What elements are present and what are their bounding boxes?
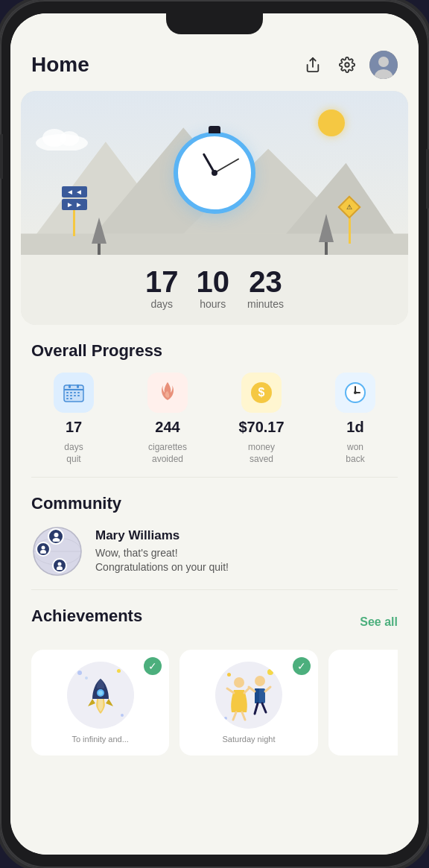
svg-line-61 <box>262 703 266 712</box>
avatar[interactable] <box>369 51 398 79</box>
cloud-left <box>32 128 92 151</box>
right-sign: ⚠ <box>341 199 358 244</box>
svg-line-58 <box>249 687 255 691</box>
see-all-button[interactable]: See all <box>360 615 398 629</box>
rocket-illustration <box>67 662 134 729</box>
days-quit-desc: days quit <box>64 442 83 465</box>
money-desc: money saved <box>248 442 275 465</box>
svg-rect-29 <box>77 395 80 396</box>
dance-illustration <box>215 662 282 729</box>
timer-display: 17 days 10 hours 23 minutes <box>21 255 408 325</box>
svg-rect-27 <box>70 395 72 396</box>
flame-icon <box>147 373 188 413</box>
timer-minutes: 23 minutes <box>247 267 284 310</box>
screen-content: Home <box>10 13 419 855</box>
svg-line-54 <box>242 712 245 720</box>
svg-point-47 <box>57 566 63 570</box>
achievement-card-partial <box>328 650 398 755</box>
progress-cards: 17 days quit <box>31 373 398 465</box>
progress-card-money: $ $70.17 money saved <box>219 373 304 465</box>
svg-rect-21 <box>77 384 79 388</box>
svg-point-37 <box>354 391 357 394</box>
phone-frame: Home <box>0 0 429 868</box>
svg-rect-20 <box>69 384 71 388</box>
svg-marker-15 <box>319 214 334 242</box>
achievement-check-2: ✓ <box>293 657 311 675</box>
svg-point-50 <box>234 677 244 688</box>
svg-rect-28 <box>74 395 76 396</box>
life-desc: won back <box>346 442 364 465</box>
svg-point-49 <box>98 691 103 695</box>
cigarettes-value: 244 <box>155 419 179 436</box>
community-card[interactable]: Mary Williams Wow, that's great!Congratu… <box>31 525 398 577</box>
achievement-card-rocket[interactable]: ✓ <box>31 650 169 755</box>
clock-minute-hand <box>214 158 240 174</box>
svg-point-3 <box>378 57 389 67</box>
progress-card-days-quit: 17 days quit <box>31 373 116 465</box>
hero-section: ◄◄ ►► ⚠ <box>21 91 408 325</box>
bottom-spacer <box>10 767 419 790</box>
achievements-section: Achievements See all ✓ <box>10 590 419 767</box>
svg-rect-14 <box>98 244 101 255</box>
tree-left <box>92 218 107 255</box>
svg-rect-19 <box>64 389 83 390</box>
rocket-label: To infinity and... <box>72 735 128 744</box>
cigarettes-desc: cigarettes avoided <box>148 442 187 465</box>
timer-clock <box>174 132 255 214</box>
svg-rect-26 <box>66 395 69 396</box>
days-quit-value: 17 <box>66 419 82 436</box>
community-title: Community <box>31 494 398 513</box>
share-button[interactable] <box>301 53 325 77</box>
settings-button[interactable] <box>335 53 359 77</box>
calendar-icon <box>54 373 94 413</box>
page-title: Home <box>31 53 301 77</box>
svg-rect-30 <box>66 398 69 399</box>
money-icon: $ <box>241 373 282 413</box>
notch <box>166 13 263 34</box>
svg-rect-16 <box>325 242 328 255</box>
achievements-header: Achievements See all <box>31 606 398 638</box>
svg-text:$: $ <box>258 386 265 399</box>
clock-top <box>209 126 220 133</box>
clock-center <box>212 170 217 176</box>
svg-point-12 <box>60 131 79 146</box>
timer-days: 17 days <box>145 267 179 310</box>
svg-line-52 <box>244 688 250 693</box>
hero-illustration: ◄◄ ►► ⚠ <box>21 91 408 255</box>
svg-point-55 <box>255 676 265 686</box>
svg-rect-24 <box>74 392 76 393</box>
svg-rect-31 <box>70 398 72 399</box>
svg-rect-22 <box>66 392 69 393</box>
svg-line-51 <box>227 688 234 693</box>
life-clock-icon <box>335 373 375 413</box>
sun-icon <box>318 110 345 136</box>
overall-progress-title: Overall Progress <box>31 341 398 361</box>
svg-marker-13 <box>92 218 107 244</box>
svg-point-44 <box>42 546 45 550</box>
svg-point-46 <box>58 563 62 566</box>
overall-progress-section: Overall Progress <box>10 325 419 477</box>
side-button-left <box>0 134 3 179</box>
svg-rect-25 <box>77 392 80 393</box>
community-globe <box>31 525 83 577</box>
progress-card-cigarettes: 244 cigarettes avoided <box>125 373 210 465</box>
achievements-title: Achievements <box>31 606 142 626</box>
timer-hours: 10 hours <box>196 267 229 310</box>
svg-point-42 <box>54 533 58 537</box>
svg-line-60 <box>255 703 258 714</box>
phone-screen: Home <box>10 13 419 855</box>
svg-line-53 <box>233 712 236 720</box>
achievement-card-dance[interactable]: ✓ <box>179 650 317 755</box>
svg-point-43 <box>52 538 60 542</box>
life-value: 1d <box>346 419 363 436</box>
money-value: $70.17 <box>238 419 284 436</box>
community-info: Mary Williams Wow, that's great!Congratu… <box>95 528 398 575</box>
dance-label: Saturday night <box>223 735 276 744</box>
svg-rect-23 <box>70 392 72 393</box>
community-message: Wow, that's great!Congratulations on you… <box>95 546 398 575</box>
header-icons <box>301 51 398 79</box>
community-section: Community <box>10 478 419 589</box>
achievement-check-1: ✓ <box>144 657 162 675</box>
side-button-right <box>426 149 429 209</box>
tree-right <box>319 214 334 255</box>
